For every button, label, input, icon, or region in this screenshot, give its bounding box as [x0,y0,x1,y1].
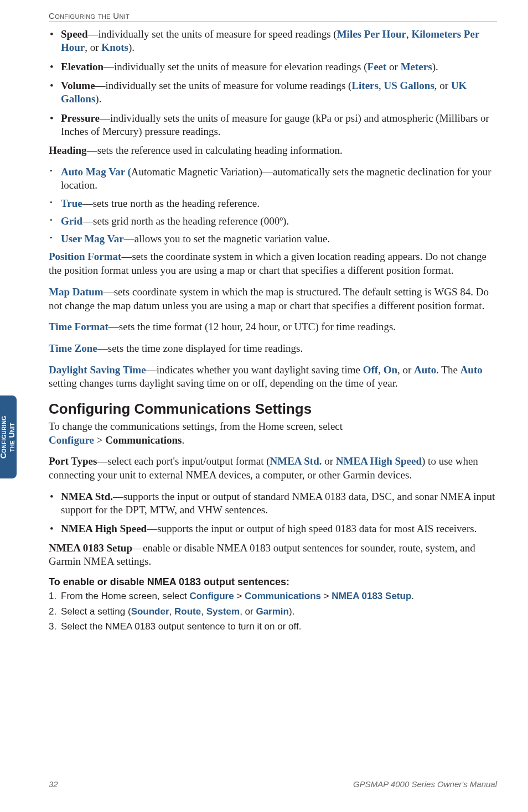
bullet-nmea-std: NMEA Std.—supports the input or output o… [61,490,497,517]
side-tab: Configuringthe Unit [0,395,17,478]
step-2: 2. Select a setting (Sounder, Route, Sys… [49,605,497,619]
manual-title: GPSMAP 4000 Series Owner's Manual [353,779,497,789]
time-format-para: Time Format—sets the time format (12 hou… [49,320,497,334]
sub-auto-mag-var: Auto Mag Var (Automatic Magnetic Variati… [61,165,497,192]
nmea-setup-para: NMEA 0183 Setup—enable or disable NMEA 0… [49,542,497,569]
running-header: Configuring the Unit [49,11,497,22]
step-3: 3. Select the NMEA 0183 output sentence … [49,620,497,634]
footer: 32 GPSMAP 4000 Series Owner's Manual [49,779,497,789]
position-format-para: Position Format—sets the coordinate syst… [49,250,497,277]
bullet-speed: Speed—individually set the units of meas… [61,28,497,55]
page-number: 32 [49,779,58,789]
step-1: 1. From the Home screen, select Configur… [49,590,497,603]
heading-para: Heading—sets the reference used in calcu… [49,144,497,158]
units-bullet-list: Speed—individually set the units of meas… [49,28,497,138]
port-types-para: Port Types—select each port's input/outp… [49,455,497,482]
steps-list: 1. From the Home screen, select Configur… [49,590,497,634]
sub-user-mag-var: User Mag Var—allows you to set the magne… [61,232,497,246]
bullet-volume: Volume—individually set the units of mea… [61,79,497,106]
heading-sublist: Auto Mag Var (Automatic Magnetic Variati… [49,165,497,246]
time-zone-para: Time Zone—sets the time zone displayed f… [49,342,497,356]
steps-heading: To enable or disable NMEA 0183 output se… [49,576,497,588]
sub-true: True—sets true north as the heading refe… [61,197,497,210]
bullet-nmea-high-speed: NMEA High Speed—supports the input or ou… [61,522,497,535]
sub-grid: Grid—sets grid north as the heading refe… [61,215,497,228]
map-datum-para: Map Datum—sets coordinate system in whic… [49,285,497,313]
port-bullet-list: NMEA Std.—supports the input or output o… [49,490,497,536]
bullet-elevation: Elevation—individually set the units of … [61,60,497,74]
page-content: Configuring the Unit Speed—individually … [49,11,497,636]
bullet-pressure: Pressure—individually sets the units of … [61,112,497,139]
section-heading: Configuring Communications Settings [49,400,497,418]
side-tab-text: Configuringthe Unit [0,415,17,458]
comm-intro: To change the communications settings, f… [49,420,497,447]
dst-para: Daylight Saving Time—indicates whether y… [49,363,497,391]
